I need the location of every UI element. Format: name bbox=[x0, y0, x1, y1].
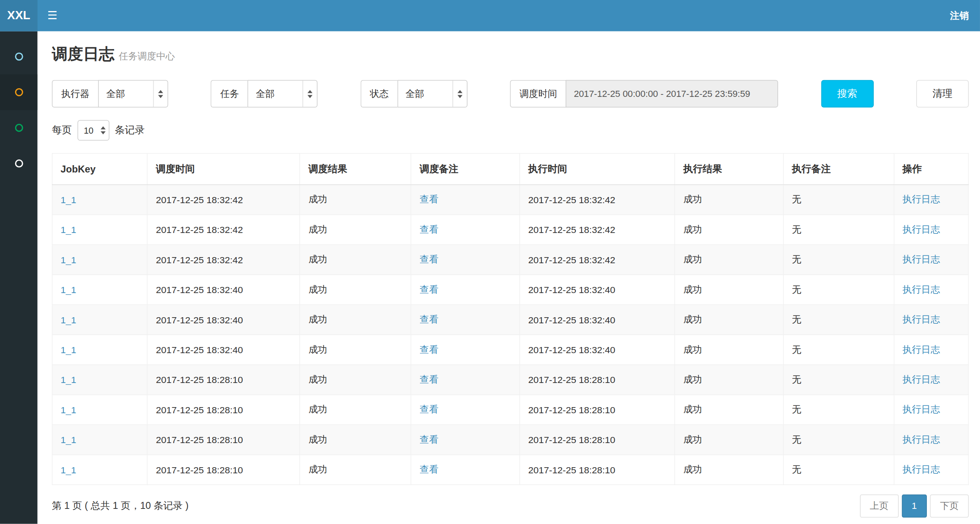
next-page-button[interactable]: 下页 bbox=[930, 495, 969, 518]
exec-log-link[interactable]: 执行日志 bbox=[902, 404, 940, 414]
table-row: 1_1 2017-12-25 18:32:42 成功 查看 2017-12-25… bbox=[52, 215, 969, 244]
jobkey-link[interactable]: 1_1 bbox=[60, 464, 76, 475]
dispatch-time-cell: 2017-12-25 18:32:42 bbox=[148, 245, 300, 275]
exec-time-cell: 2017-12-25 18:28:10 bbox=[520, 425, 675, 455]
exec-remark-cell: 无 bbox=[783, 455, 894, 485]
exec-time-cell: 2017-12-25 18:32:40 bbox=[520, 275, 675, 305]
logo[interactable]: XXL bbox=[0, 0, 38, 31]
exec-log-link[interactable]: 执行日志 bbox=[902, 314, 940, 325]
page-size-control: 每页 10 条记录 bbox=[52, 120, 969, 141]
sidebar-item-menu-4[interactable] bbox=[0, 146, 38, 181]
dispatch-remark-link[interactable]: 查看 bbox=[420, 404, 439, 414]
status-filter: 状态 全部 bbox=[360, 80, 468, 107]
dispatch-result-cell: 成功 bbox=[300, 215, 411, 244]
exec-log-link[interactable]: 执行日志 bbox=[902, 194, 940, 204]
exec-remark-cell: 无 bbox=[783, 335, 894, 365]
app-window: XXL ☰ 注销 调度日志任务调度中心 执行器 全部 任务 全部 bbox=[0, 0, 980, 524]
dispatch-remark-link[interactable]: 查看 bbox=[420, 464, 439, 475]
circle-icon bbox=[15, 88, 23, 96]
action-cell: 执行日志 bbox=[894, 365, 969, 394]
dispatch-remark-link[interactable]: 查看 bbox=[420, 254, 439, 264]
jobkey-cell: 1_1 bbox=[52, 365, 148, 394]
jobkey-link[interactable]: 1_1 bbox=[60, 254, 76, 265]
exec-remark-cell: 无 bbox=[783, 245, 894, 275]
dispatch-remark-link[interactable]: 查看 bbox=[420, 434, 439, 444]
search-button[interactable]: 搜索 bbox=[821, 80, 873, 107]
dispatch-remark-link[interactable]: 查看 bbox=[420, 374, 439, 385]
circle-icon bbox=[15, 52, 23, 60]
dispatch-remark-link[interactable]: 查看 bbox=[420, 284, 439, 294]
exec-result-cell: 成功 bbox=[675, 335, 783, 365]
dispatch-time-cell: 2017-12-25 18:32:40 bbox=[148, 275, 300, 305]
dispatch-result-cell: 成功 bbox=[300, 185, 411, 215]
pagination: 上页 1 下页 bbox=[860, 495, 969, 518]
dispatch-time-cell: 2017-12-25 18:32:40 bbox=[148, 305, 300, 335]
dispatch-remark-cell: 查看 bbox=[411, 215, 520, 244]
table-footer: 第 1 页 ( 总共 1 页，10 条记录 ) 上页 1 下页 bbox=[52, 495, 969, 518]
select-arrows-icon bbox=[303, 81, 317, 107]
sidebar-item-menu-3[interactable] bbox=[0, 110, 38, 146]
executor-select[interactable]: 全部 bbox=[98, 80, 168, 107]
exec-log-link[interactable]: 执行日志 bbox=[902, 284, 940, 294]
jobkey-link[interactable]: 1_1 bbox=[60, 284, 76, 295]
jobkey-cell: 1_1 bbox=[52, 335, 148, 365]
jobkey-link[interactable]: 1_1 bbox=[60, 195, 76, 205]
table-row: 1_1 2017-12-25 18:28:10 成功 查看 2017-12-25… bbox=[52, 425, 969, 455]
exec-log-link[interactable]: 执行日志 bbox=[902, 254, 940, 264]
exec-log-link[interactable]: 执行日志 bbox=[902, 434, 940, 444]
exec-log-link[interactable]: 执行日志 bbox=[902, 224, 940, 234]
jobkey-link[interactable]: 1_1 bbox=[60, 434, 76, 445]
exec-log-link[interactable]: 执行日志 bbox=[902, 374, 940, 385]
dispatch-time-cell: 2017-12-25 18:32:42 bbox=[148, 185, 300, 215]
sidebar-item-menu-1[interactable] bbox=[0, 39, 38, 74]
sidebar-item-menu-2[interactable] bbox=[0, 74, 38, 110]
clear-button[interactable]: 清理 bbox=[916, 80, 969, 107]
page-size-select[interactable]: 10 bbox=[78, 120, 109, 141]
column-header-dispatch-time: 调度时间 bbox=[148, 153, 300, 184]
exec-time-cell: 2017-12-25 18:32:40 bbox=[520, 335, 675, 365]
table-row: 1_1 2017-12-25 18:28:10 成功 查看 2017-12-25… bbox=[52, 365, 969, 394]
navbar-right: 注销 bbox=[950, 0, 980, 31]
logout-link[interactable]: 注销 bbox=[950, 10, 969, 22]
jobkey-link[interactable]: 1_1 bbox=[60, 314, 76, 325]
dispatch-result-cell: 成功 bbox=[300, 395, 411, 425]
exec-log-link[interactable]: 执行日志 bbox=[902, 464, 940, 475]
dispatch-remark-link[interactable]: 查看 bbox=[420, 344, 439, 354]
dispatch-remark-link[interactable]: 查看 bbox=[420, 224, 439, 234]
page-title: 调度日志 bbox=[52, 45, 114, 63]
prev-page-button[interactable]: 上页 bbox=[860, 495, 899, 518]
exec-result-cell: 成功 bbox=[675, 395, 783, 425]
job-select[interactable]: 全部 bbox=[248, 80, 318, 107]
exec-log-link[interactable]: 执行日志 bbox=[902, 344, 940, 354]
table-row: 1_1 2017-12-25 18:32:40 成功 查看 2017-12-25… bbox=[52, 335, 969, 365]
table-row: 1_1 2017-12-25 18:32:40 成功 查看 2017-12-25… bbox=[52, 305, 969, 335]
status-filter-label: 状态 bbox=[360, 80, 397, 107]
dispatch-remark-cell: 查看 bbox=[411, 305, 520, 335]
exec-result-cell: 成功 bbox=[675, 245, 783, 275]
dispatch-time-cell: 2017-12-25 18:28:10 bbox=[148, 365, 300, 394]
exec-result-cell: 成功 bbox=[675, 275, 783, 305]
filter-bar: 执行器 全部 任务 全部 状态 全部 bbox=[52, 80, 969, 107]
dispatch-remark-link[interactable]: 查看 bbox=[420, 194, 439, 204]
exec-result-cell: 成功 bbox=[675, 185, 783, 215]
jobkey-link[interactable]: 1_1 bbox=[60, 345, 76, 355]
jobkey-link[interactable]: 1_1 bbox=[60, 224, 76, 235]
status-select[interactable]: 全部 bbox=[397, 80, 467, 107]
jobkey-cell: 1_1 bbox=[52, 275, 148, 305]
page-size-prefix: 每页 bbox=[52, 124, 72, 137]
jobkey-link[interactable]: 1_1 bbox=[60, 404, 76, 415]
jobkey-cell: 1_1 bbox=[52, 425, 148, 455]
dispatch-result-cell: 成功 bbox=[300, 305, 411, 335]
column-header-jobkey: JobKey bbox=[52, 153, 148, 184]
dispatch-remark-cell: 查看 bbox=[411, 455, 520, 485]
page-size-value: 10 bbox=[84, 125, 94, 135]
dispatch-remark-cell: 查看 bbox=[411, 275, 520, 305]
action-cell: 执行日志 bbox=[894, 455, 969, 485]
dispatch-time-cell: 2017-12-25 18:32:42 bbox=[148, 215, 300, 244]
sidebar-toggle-button[interactable]: ☰ bbox=[38, 0, 67, 31]
current-page-button[interactable]: 1 bbox=[902, 495, 927, 518]
dispatch-remark-link[interactable]: 查看 bbox=[420, 314, 439, 325]
time-range-input[interactable] bbox=[566, 80, 778, 107]
action-cell: 执行日志 bbox=[894, 305, 969, 335]
jobkey-link[interactable]: 1_1 bbox=[60, 374, 76, 385]
